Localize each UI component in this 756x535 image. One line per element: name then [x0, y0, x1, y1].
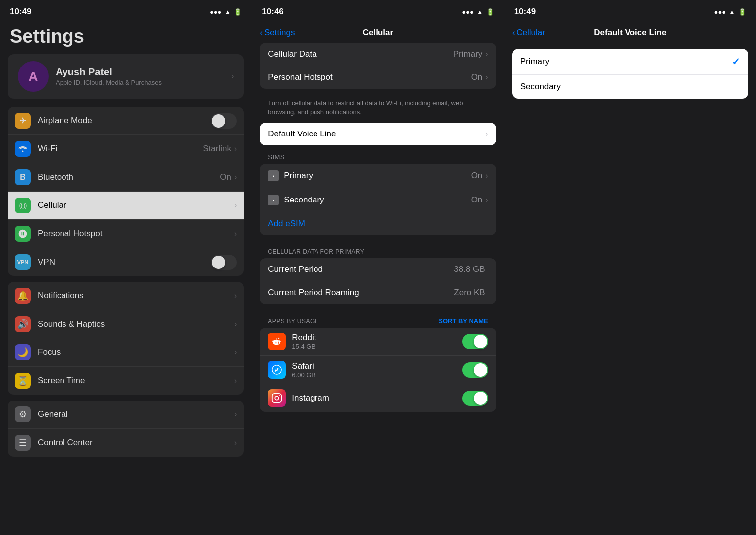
screentime-label: Screen Time: [38, 376, 234, 386]
personal-hotspot-row[interactable]: Personal Hotspot On ›: [260, 66, 496, 89]
hotspot-icon: [15, 226, 31, 242]
wifi-label: Wi-Fi: [38, 144, 203, 154]
default-voice-line-card[interactable]: Default Voice Line ›: [260, 123, 496, 145]
controlcenter-label: Control Center: [38, 438, 234, 448]
cellular-label: Cellular: [38, 201, 234, 210]
focus-label: Focus: [38, 347, 234, 357]
airplane-icon: ✈: [15, 113, 31, 129]
back-label: Settings: [264, 28, 295, 38]
personal-hotspot-label: Personal Hotspot: [268, 72, 471, 82]
chevron-icon: ›: [234, 229, 237, 238]
notifications-group: 🔔 Notifications › 🔊 Sounds & Haptics › 🌙…: [8, 282, 244, 395]
user-profile-row[interactable]: A Ayush Patel Apple ID, iCloud, Media & …: [8, 54, 244, 99]
sort-by-name-button[interactable]: SORT BY NAME: [439, 317, 488, 325]
roaming-row: Current Period Roaming Zero KB: [260, 281, 496, 304]
secondary-option-row[interactable]: Secondary: [512, 75, 748, 99]
chevron-icon: ›: [234, 173, 237, 182]
cellular-data-row[interactable]: Cellular Data Primary ›: [260, 43, 496, 66]
wifi-status-icon: ▲: [477, 8, 483, 16]
safari-app-row[interactable]: Safari 6.00 GB: [260, 356, 496, 384]
reddit-toggle[interactable]: [462, 334, 488, 349]
chevron-icon: ›: [234, 438, 237, 447]
sounds-label: Sounds & Haptics: [38, 319, 234, 329]
reddit-name: Reddit: [292, 333, 462, 343]
focus-icon: 🌙: [15, 344, 31, 360]
cellular-panel: 10:46 ●●● ▲ 🔋 ‹ Settings Cellular Cellul…: [252, 0, 504, 535]
back-button[interactable]: ‹ Settings: [260, 28, 295, 38]
reddit-app-row[interactable]: Reddit 15.4 GB: [260, 328, 496, 356]
status-bar-2: 10:46 ●●● ▲ 🔋: [252, 0, 504, 21]
default-voice-line-panel: 10:49 ●●● ▲ 🔋 ‹ Cellular Default Voice L…: [504, 0, 756, 535]
vpn-toggle[interactable]: [211, 255, 237, 270]
sidebar-item-controlcenter[interactable]: ☰ Control Center ›: [8, 429, 244, 457]
sidebar-item-airplane[interactable]: ✈ Airplane Mode: [8, 107, 244, 135]
add-esim-row[interactable]: Add eSIM: [260, 212, 496, 235]
safari-toggle[interactable]: [462, 362, 488, 378]
reddit-info: Reddit 15.4 GB: [292, 333, 462, 350]
safari-info: Safari 6.00 GB: [292, 361, 462, 379]
status-icons-3: ●●● ▲ 🔋: [714, 8, 746, 16]
airplane-toggle[interactable]: [211, 113, 237, 129]
sidebar-item-vpn[interactable]: VPN VPN: [8, 248, 244, 276]
controlcenter-icon: ☰: [15, 435, 31, 451]
current-period-value: 38.8 GB: [454, 265, 485, 274]
sidebar-item-bluetooth[interactable]: B Bluetooth On ›: [8, 163, 244, 192]
battery-icon: 🔋: [234, 8, 242, 16]
avatar: A: [18, 61, 49, 92]
cellular-data-label: Cellular Data: [268, 49, 453, 59]
sidebar-item-notifications[interactable]: 🔔 Notifications ›: [8, 282, 244, 310]
chevron-icon: ›: [485, 50, 488, 59]
sidebar-item-focus[interactable]: 🌙 Focus ›: [8, 338, 244, 367]
cellular-icon: ((·)): [15, 198, 31, 213]
cellular-note: Turn off cellular data to restrict all d…: [260, 95, 496, 123]
chevron-icon: ›: [234, 348, 237, 357]
settings-panel: 10:49 ●●● ▲ 🔋 Settings A Ayush Patel App…: [0, 0, 252, 535]
signal-icon: ●●●: [210, 8, 222, 16]
cellular-title: Cellular: [363, 28, 393, 38]
battery-status-icon: 🔋: [486, 8, 494, 16]
chevron-icon: ›: [234, 144, 237, 153]
default-voice-line-row[interactable]: Default Voice Line ›: [260, 123, 496, 145]
status-bar-3: 10:49 ●●● ▲ 🔋: [504, 0, 756, 21]
cellular-data-value: Primary: [453, 49, 483, 59]
svg-point-2: [276, 369, 277, 370]
primary-checkmark-icon: ✓: [732, 56, 740, 67]
sims-group: ▪ Primary On › ▪ Secondary On › Add eSIM: [260, 164, 496, 235]
connectivity-group: ✈ Airplane Mode Wi-Fi Starlink › B Bluet…: [8, 107, 244, 276]
instagram-name: Instagram: [292, 393, 462, 403]
sidebar-item-screentime[interactable]: ⏳ Screen Time ›: [8, 367, 244, 395]
user-name: Ayush Patel: [56, 67, 231, 78]
vpn-label: VPN: [38, 257, 211, 267]
sidebar-item-general[interactable]: ⚙ General ›: [8, 401, 244, 429]
sidebar-item-sounds[interactable]: 🔊 Sounds & Haptics ›: [8, 310, 244, 338]
settings-list: ✈ Airplane Mode Wi-Fi Starlink › B Bluet…: [0, 107, 252, 535]
secondary-sim-label: Secondary: [284, 195, 471, 205]
vpn-icon: VPN: [15, 254, 31, 270]
chevron-icon: ›: [485, 196, 488, 204]
cellular-data-primary-group: Current Period 38.8 GB Current Period Ro…: [260, 258, 496, 304]
back-chevron-icon: ‹: [512, 28, 515, 38]
instagram-toggle[interactable]: [462, 391, 488, 406]
sidebar-item-hotspot[interactable]: Personal Hotspot ›: [8, 220, 244, 248]
reddit-size: 15.4 GB: [292, 343, 462, 350]
cellular-data-primary-header: CELLULAR DATA FOR PRIMARY: [260, 241, 496, 258]
secondary-sim-row[interactable]: ▪ Secondary On ›: [260, 188, 496, 212]
secondary-sim-value: On: [471, 195, 483, 205]
voice-line-title: Default Voice Line: [594, 28, 666, 38]
chevron-icon: ›: [231, 72, 234, 81]
status-icons-1: ●●● ▲ 🔋: [210, 8, 242, 16]
notifications-label: Notifications: [38, 291, 234, 301]
primary-sim-row[interactable]: ▪ Primary On ›: [260, 164, 496, 188]
sidebar-item-wifi[interactable]: Wi-Fi Starlink ›: [8, 135, 244, 163]
chevron-icon: ›: [485, 130, 488, 138]
cellular-content: Cellular Data Primary › Personal Hotspot…: [252, 43, 504, 535]
cellular-data-group: Cellular Data Primary › Personal Hotspot…: [260, 43, 496, 89]
instagram-app-row[interactable]: Instagram: [260, 384, 496, 412]
time-1: 10:49: [10, 7, 31, 17]
primary-option-row[interactable]: Primary ✓: [512, 49, 748, 75]
wifi-icon: ▲: [224, 8, 231, 16]
back-button[interactable]: ‹ Cellular: [512, 28, 545, 38]
sidebar-item-cellular[interactable]: ((·)) Cellular ›: [8, 192, 244, 220]
primary-option-label: Primary: [520, 57, 732, 67]
secondary-option-label: Secondary: [520, 82, 740, 92]
